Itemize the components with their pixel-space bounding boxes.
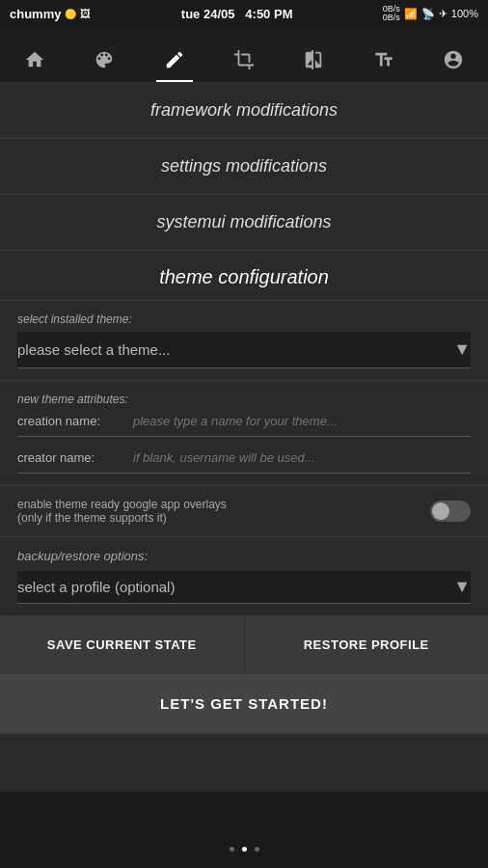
restore-profile-button[interactable]: RESTORE PROFILE (245, 616, 489, 673)
edit-icon (164, 49, 185, 70)
theme-dropdown-arrow-icon: ▼ (453, 339, 471, 360)
nav-dot-1 (230, 847, 234, 852)
google-overlay-toggle[interactable] (430, 501, 471, 522)
framework-mods-section: framework modifications (0, 83, 488, 139)
format-icon (373, 49, 394, 70)
nav-item-compare[interactable] (295, 43, 332, 76)
airplane-icon: ✈ (439, 8, 447, 20)
settings-mods-section: settings modifications (0, 139, 488, 195)
nav-item-format[interactable] (366, 43, 402, 76)
app-name: chummy (10, 7, 61, 21)
theme-config-title-wrapper: theme configuration (0, 251, 488, 301)
theme-config-section: theme configuration select installed the… (0, 251, 488, 734)
bottom-spacer (0, 734, 488, 792)
creation-name-row: creation name: (17, 412, 471, 437)
nav-item-palette[interactable] (86, 43, 122, 76)
select-theme-section: select installed theme: please select a … (0, 301, 488, 381)
toggle-sublabel: (only if the theme supports it) (17, 511, 167, 525)
image-icon: 🖼 (80, 8, 91, 19)
nav-dot-2 (242, 847, 247, 852)
data-icon: 0B/s0B/s (383, 5, 400, 22)
creation-name-input[interactable] (133, 412, 471, 430)
backup-restore-section: backup/restore options: select a profile… (0, 537, 488, 616)
compare-icon (303, 49, 324, 70)
profile-dropdown-arrow-icon: ▼ (453, 577, 471, 597)
nav-item-account[interactable] (435, 43, 472, 76)
nav-item-edit[interactable] (156, 43, 193, 76)
save-current-state-button[interactable]: SAVE CURRENT STATE (0, 616, 245, 673)
home-icon (24, 49, 45, 70)
nav-bar (0, 27, 488, 83)
backup-label: backup/restore options: (17, 549, 471, 563)
systemui-mods-title: systemui modifications (19, 212, 469, 232)
new-theme-label: new theme attributes: (17, 393, 471, 406)
wifi-icon: 📡 (421, 8, 435, 20)
framework-mods-title: framework modifications (19, 100, 469, 121)
select-theme-value: please select a theme... (17, 341, 170, 358)
toggle-section: enable theme ready google app overlays (… (0, 486, 488, 537)
profile-dropdown[interactable]: select a profile (optional) ▼ (17, 571, 471, 604)
nav-item-crop[interactable] (226, 43, 262, 76)
palette-icon (94, 49, 115, 70)
nav-dot-3 (255, 847, 259, 852)
creator-name-input[interactable] (133, 448, 471, 467)
toggle-label: enable theme ready google app overlays (17, 498, 227, 511)
select-theme-label: select installed theme: (17, 312, 471, 326)
toggle-label-wrapper: enable theme ready google app overlays (… (17, 498, 227, 525)
signal-icon: 📶 (404, 8, 418, 20)
bottom-nav (0, 829, 488, 868)
start-button-wrapper: LET'S GET STARTED! (0, 674, 488, 734)
nav-item-home[interactable] (16, 43, 53, 76)
content-area: framework modifications settings modific… (0, 83, 488, 829)
creator-name-row: creator name: (17, 448, 471, 474)
lets-get-started-button[interactable]: LET'S GET STARTED! (0, 674, 488, 734)
account-icon (443, 49, 464, 70)
status-right: 0B/s0B/s 📶 📡 ✈ 100% (383, 5, 478, 22)
action-buttons-row: SAVE CURRENT STATE RESTORE PROFILE (0, 616, 488, 674)
theme-config-title: theme configuration (19, 266, 469, 288)
settings-mods-title: settings modifications (19, 156, 469, 176)
creation-name-label: creation name: (17, 414, 133, 428)
status-time: tue 24/05 4:50 PM (181, 7, 293, 21)
notification-dot-icon: 🟡 (65, 9, 76, 19)
battery-text: 100% (451, 8, 478, 19)
status-left: chummy 🟡 🖼 (10, 7, 91, 21)
toggle-knob (432, 502, 449, 520)
new-theme-attributes-section: new theme attributes: creation name: cre… (0, 381, 488, 486)
crop-icon (233, 49, 255, 70)
systemui-mods-section: systemui modifications (0, 195, 488, 251)
select-theme-dropdown[interactable]: please select a theme... ▼ (17, 332, 471, 368)
status-bar: chummy 🟡 🖼 tue 24/05 4:50 PM 0B/s0B/s 📶 … (0, 0, 488, 27)
creator-name-label: creator name: (17, 450, 133, 465)
profile-dropdown-value: select a profile (optional) (17, 579, 175, 595)
